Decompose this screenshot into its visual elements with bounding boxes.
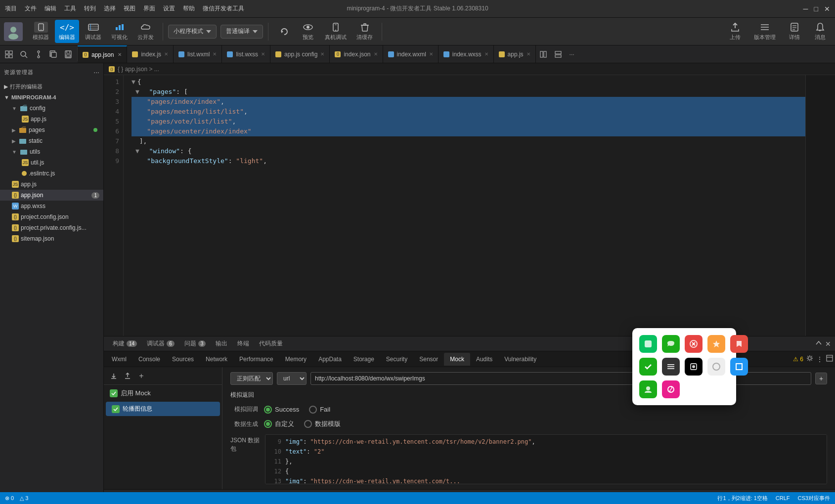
devtools-settings[interactable] (806, 355, 813, 363)
tab-list-wxss[interactable]: list.wxss ✕ (222, 45, 270, 63)
url-type-select[interactable]: url (277, 372, 307, 385)
close-button[interactable]: ✕ (824, 5, 830, 13)
radio-success[interactable]: Success (264, 406, 299, 414)
tab-index-json[interactable]: {} index.json ✕ (330, 45, 383, 63)
menu-project[interactable]: 项目 (5, 4, 17, 13)
tab-split2[interactable] (551, 45, 566, 63)
notification-button[interactable]: 消息 (809, 20, 831, 43)
sidebar-icon1[interactable] (2, 47, 16, 61)
detail-button[interactable]: 详情 (784, 20, 805, 43)
tab-index-js[interactable]: index.js ✕ (127, 45, 174, 63)
version-button[interactable]: 版本管理 (750, 20, 780, 43)
menu-view[interactable]: 视图 (124, 4, 135, 13)
minimize-button[interactable]: ─ (803, 5, 808, 13)
menu-interface[interactable]: 界面 (143, 4, 155, 13)
devtab-sensor[interactable]: Sensor (413, 353, 444, 366)
sidebar-item-eslint[interactable]: .eslintrc.js (0, 168, 103, 179)
devtools-dock[interactable] (826, 355, 833, 363)
popup-icon-12[interactable] (662, 380, 680, 398)
sidebar-section-open[interactable]: ▶ 打开的编辑器 (0, 81, 103, 92)
tab-app-json-close[interactable]: ✕ (118, 52, 122, 57)
upload-button[interactable]: 上传 (724, 20, 746, 43)
menu-help[interactable]: 帮助 (183, 4, 195, 13)
devtab-security[interactable]: Security (380, 353, 413, 366)
panel-collapse-button[interactable] (815, 339, 822, 348)
debugger-button[interactable]: 调试器 (81, 20, 105, 43)
tab-more[interactable]: ··· (566, 45, 578, 63)
tab-index-js-close[interactable]: ✕ (164, 51, 168, 57)
devtools-more[interactable]: ⋮ (816, 355, 823, 363)
sidebar-item-utils[interactable]: ▼ utils (0, 146, 103, 157)
sidebar-item-pages[interactable]: ▶ pages (0, 125, 103, 135)
clearcache-button[interactable]: 清缓存 (352, 20, 377, 43)
tab-codequality[interactable]: 代码质量 (254, 337, 288, 350)
devtab-vulnerability[interactable]: Vulnerability (498, 353, 542, 366)
menu-wechat[interactable]: 微信开发者工具 (203, 4, 244, 13)
menu-edit[interactable]: 编辑 (44, 4, 56, 13)
maximize-button[interactable]: □ (814, 5, 818, 13)
menu-settings[interactable]: 设置 (163, 4, 175, 13)
git-icon[interactable] (32, 47, 45, 61)
tab-output[interactable]: 输出 (211, 337, 232, 350)
tab-split1[interactable] (536, 45, 551, 63)
sidebar-item-app-js[interactable]: JS app.js (0, 179, 103, 190)
code-content[interactable]: ▼ { ▼ "pages": [ "pages/index/index", "p… (124, 75, 805, 336)
popup-icon-10[interactable] (730, 367, 748, 376)
popup-icon-9[interactable] (707, 367, 725, 376)
mock-add-btn[interactable]: + (135, 370, 147, 382)
menu-goto[interactable]: 转到 (84, 4, 96, 13)
panel-close-button[interactable]: ✕ (825, 340, 831, 348)
devtab-storage[interactable]: Storage (348, 353, 380, 366)
preview-button[interactable]: 预览 (297, 20, 319, 43)
simulator-button[interactable]: 模拟器 (29, 20, 53, 43)
sidebar-item-static[interactable]: ▶ static (0, 135, 103, 146)
url-filter-select[interactable]: 正则匹配 (230, 372, 273, 385)
devtab-console[interactable]: Console (132, 353, 166, 366)
cloud-button[interactable]: 云开发 (133, 20, 158, 43)
realtest-button[interactable]: 真机调试 (321, 20, 351, 43)
devtab-wxml[interactable]: Wxml (106, 353, 132, 366)
tab-issues[interactable]: 问题 3 (179, 337, 211, 350)
tab-index-wxss[interactable]: index.wxss ✕ (439, 45, 494, 63)
enable-mock-row[interactable]: 启用 Mock (104, 385, 222, 402)
compile-dropdown[interactable]: 普通编译 (220, 25, 263, 39)
devtab-network[interactable]: Network (200, 353, 233, 366)
tab-app-json[interactable]: {} app.json ✕ (78, 45, 127, 63)
mock-download-btn[interactable] (108, 370, 120, 382)
devtab-mock[interactable]: Mock (444, 353, 470, 366)
editor-button[interactable]: </> 编辑器 (55, 20, 79, 43)
sidebar-item-app-json[interactable]: {} app.json 1 (0, 190, 103, 201)
sidebar-item-config[interactable]: ▼ config (0, 103, 103, 114)
sidebar-section-project[interactable]: ▼ MINIPROGRAM-4 (0, 92, 103, 103)
devtab-appdata[interactable]: AppData (312, 353, 348, 366)
visualize-button[interactable]: 可视化 (107, 20, 132, 43)
enable-mock-checkbox[interactable] (110, 389, 118, 397)
copy-icon[interactable] (46, 47, 60, 61)
devtab-audits[interactable]: Audits (470, 353, 498, 366)
menu-tools[interactable]: 工具 (64, 4, 76, 13)
tab-build[interactable]: 构建 14 (108, 337, 142, 350)
tab-app-js2[interactable]: app.js ✕ (494, 45, 536, 63)
tab-debugger-bottom[interactable]: 调试器 6 (142, 337, 179, 350)
sidebar-menu-icon[interactable]: ··· (93, 68, 99, 76)
url-add-button[interactable]: + (815, 373, 827, 384)
json-code-block[interactable]: 9 "img": "https://cdn-we-retail.ym.tence… (265, 434, 827, 484)
mock-list-item[interactable]: 轮播图信息 (106, 402, 220, 416)
radio-fail[interactable]: Fail (309, 406, 330, 414)
radio-template[interactable]: 数据模版 (304, 420, 341, 428)
devtab-sources[interactable]: Sources (166, 353, 200, 366)
menu-select[interactable]: 选择 (104, 4, 116, 13)
search-icon[interactable] (17, 47, 31, 61)
popup-icon-8[interactable] (685, 367, 703, 376)
save-icon[interactable] (61, 47, 75, 61)
tab-index-wxml[interactable]: index.wxml ✕ (383, 45, 439, 63)
sidebar-item-sitemap[interactable]: {} sitemap.json (0, 233, 103, 244)
popup-icon-11[interactable] (639, 380, 657, 398)
mock-upload-btn[interactable] (122, 370, 133, 382)
sidebar-item-project-config[interactable]: {} project.config.json (0, 211, 103, 222)
tab-terminal[interactable]: 终端 (232, 337, 254, 350)
tab-list-wxml[interactable]: list.wxml ✕ (174, 45, 222, 63)
mode-dropdown[interactable]: 小程序模式 (168, 25, 217, 39)
sidebar-item-config-appjs[interactable]: JS app.js (0, 114, 103, 125)
devtab-performance[interactable]: Performance (233, 353, 279, 366)
